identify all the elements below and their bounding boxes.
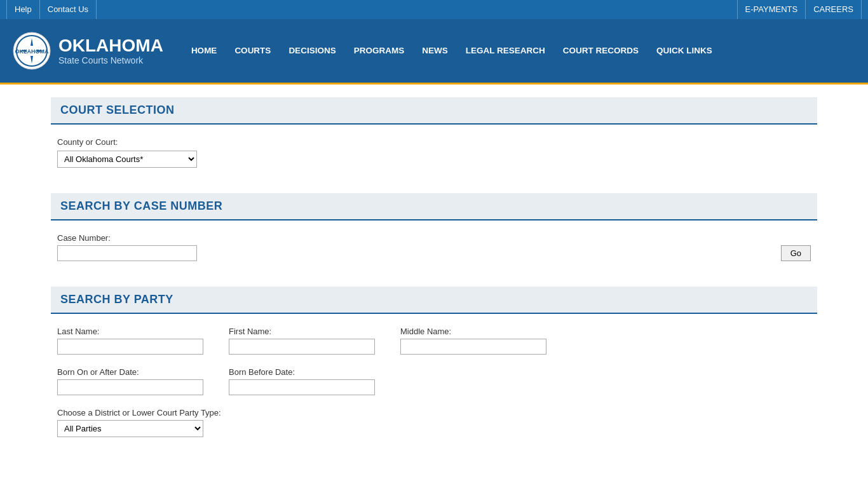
help-link[interactable]: Help bbox=[6, 0, 40, 19]
svg-text:OKLAHOMA: OKLAHOMA bbox=[15, 48, 49, 55]
born-on-group: Born On or After Date: bbox=[57, 367, 203, 395]
case-number-input[interactable] bbox=[57, 245, 197, 261]
case-number-field-group: Case Number: bbox=[57, 233, 197, 261]
last-name-input[interactable] bbox=[57, 339, 203, 355]
logo-subtitle: State Courts Network bbox=[58, 55, 163, 65]
party-type-select-wrapper: All Parties Plaintiff Defendant Petition… bbox=[57, 420, 811, 437]
top-bar-right: E-PAYMENTS CAREERS bbox=[737, 0, 862, 19]
court-selection-form: County or Court: All Oklahoma Courts* Ad… bbox=[51, 137, 817, 180]
middle-name-group: Middle Name: bbox=[400, 327, 546, 355]
logo-title: OKLAHOMA bbox=[58, 36, 163, 55]
nav-quick-links[interactable]: QUICK LINKS bbox=[648, 19, 721, 83]
top-bar-left: Help Contact Us bbox=[6, 0, 97, 19]
county-court-select[interactable]: All Oklahoma Courts* Adair County Distri… bbox=[57, 151, 197, 168]
born-before-label: Born Before Date: bbox=[229, 367, 375, 377]
case-number-form: Case Number: Go bbox=[51, 233, 817, 274]
born-on-label: Born On or After Date: bbox=[57, 367, 203, 377]
last-name-label: Last Name: bbox=[57, 327, 203, 336]
first-name-input[interactable] bbox=[229, 339, 375, 355]
case-number-section-header: SEARCH BY CASE NUMBER bbox=[51, 193, 817, 220]
oklahoma-seal-icon: OKLAHOMA bbox=[13, 32, 51, 70]
nav-legal-research[interactable]: LEGAL RESEARCH bbox=[457, 19, 554, 83]
top-bar: Help Contact Us E-PAYMENTS CAREERS bbox=[0, 0, 868, 19]
first-name-label: First Name: bbox=[229, 327, 375, 336]
logo-text: OKLAHOMA State Courts Network bbox=[58, 36, 163, 66]
party-type-group: Choose a District or Lower Court Party T… bbox=[57, 408, 811, 437]
case-number-row: Case Number: Go bbox=[57, 233, 811, 261]
nav-decisions[interactable]: DECISIONS bbox=[280, 19, 344, 83]
nav-court-records[interactable]: COURT RECORDS bbox=[554, 19, 648, 83]
careers-link[interactable]: CAREERS bbox=[805, 0, 862, 19]
court-selection-title: COURT SELECTION bbox=[60, 104, 808, 117]
party-type-label: Choose a District or Lower Court Party T… bbox=[57, 408, 811, 417]
middle-name-label: Middle Name: bbox=[400, 327, 546, 336]
header-divider bbox=[0, 83, 868, 85]
party-search-title: SEARCH BY PARTY bbox=[60, 293, 808, 306]
page-content: COURT SELECTION County or Court: All Okl… bbox=[0, 97, 868, 475]
nav-news[interactable]: NEWS bbox=[413, 19, 457, 83]
middle-name-input[interactable] bbox=[400, 339, 546, 355]
site-header: OKLAHOMA OKLAHOMA State Courts Network H… bbox=[0, 19, 868, 83]
first-name-group: First Name: bbox=[229, 327, 375, 355]
case-number-title: SEARCH BY CASE NUMBER bbox=[60, 200, 808, 213]
born-before-group: Born Before Date: bbox=[229, 367, 375, 395]
nav-courts[interactable]: COURTS bbox=[226, 19, 280, 83]
party-search-header: SEARCH BY PARTY bbox=[51, 287, 817, 314]
born-before-input[interactable] bbox=[229, 379, 375, 395]
county-court-label: County or Court: bbox=[57, 137, 811, 147]
main-nav: HOME COURTS DECISIONS PROGRAMS NEWS LEGA… bbox=[182, 19, 721, 83]
party-dob-row: Born On or After Date: Born Before Date: bbox=[57, 367, 811, 395]
contact-us-link[interactable]: Contact Us bbox=[40, 0, 97, 19]
last-name-group: Last Name: bbox=[57, 327, 203, 355]
party-type-select[interactable]: All Parties Plaintiff Defendant Petition… bbox=[57, 420, 203, 437]
nav-home[interactable]: HOME bbox=[182, 19, 226, 83]
born-on-input[interactable] bbox=[57, 379, 203, 395]
case-number-go-button[interactable]: Go bbox=[781, 245, 811, 261]
county-court-select-wrapper: All Oklahoma Courts* Adair County Distri… bbox=[57, 151, 811, 168]
case-number-label: Case Number: bbox=[57, 233, 197, 243]
party-name-row: Last Name: First Name: Middle Name: bbox=[57, 327, 811, 355]
site-logo[interactable]: OKLAHOMA OKLAHOMA State Courts Network bbox=[13, 32, 163, 70]
epayments-link[interactable]: E-PAYMENTS bbox=[737, 0, 806, 19]
party-search-form: Last Name: First Name: Middle Name: Born… bbox=[51, 327, 817, 450]
court-selection-header: COURT SELECTION bbox=[51, 97, 817, 125]
nav-programs[interactable]: PROGRAMS bbox=[345, 19, 414, 83]
